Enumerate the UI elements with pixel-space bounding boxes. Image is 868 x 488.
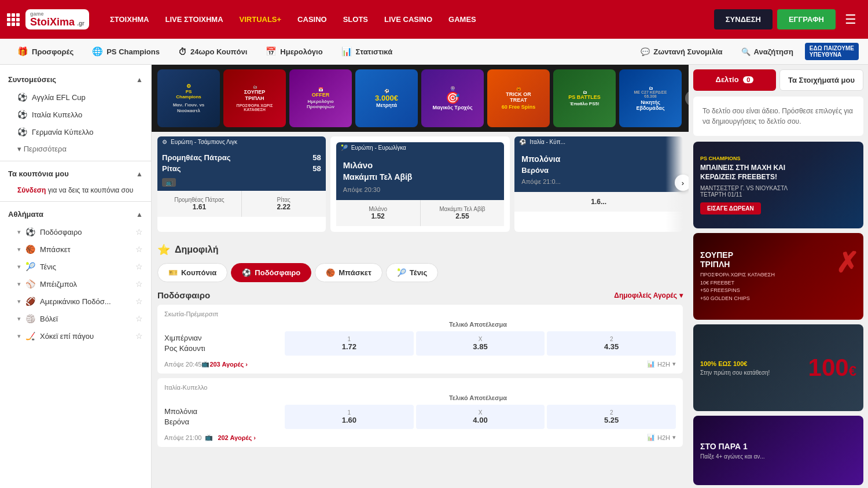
match1-odd-1[interactable]: 1 1.72: [285, 331, 414, 356]
banner-ps-battles[interactable]: 🗂 PS BATTLES Έπαθλο PS5!: [553, 69, 616, 127]
match1-h2h-btn[interactable]: 📊 H2H ▾: [647, 360, 676, 368]
responsible-gaming-badge[interactable]: ΕΔΩ ΠΑΙΖΟΥΜΕΥΠΕΥΘΥΝΑ: [805, 43, 859, 60]
tab-my-bets[interactable]: Τα Στοιχήματά μου: [779, 69, 863, 91]
promo3-title: 100% ΕΩΣ 100€: [700, 360, 770, 367]
banner-trick-treat[interactable]: 🎃 TRICK ORTREAT 60 Free Spins: [487, 69, 550, 127]
logo-domain: .gr: [77, 20, 84, 27]
promo-ps-champions[interactable]: PS Champions ΜΠΑΙΝΕΙΣ ΣΤΗ ΜΑΧΗ ΚΑΙΚΕΡΔΙΖ…: [693, 142, 863, 228]
banner-ps-sub: Μαν. Γιουν. vsΝιούκαστλ: [173, 102, 205, 113]
sports-header[interactable]: Αθλήματα ▲: [0, 205, 151, 223]
sidebar-item-volleyball[interactable]: ▾ 🏐 Βόλεϊ ☆: [0, 310, 151, 327]
sidebar-item-england-efl[interactable]: ⚽ Αγγλία EFL Cup: [0, 88, 151, 106]
live-score1-1: 58: [312, 153, 321, 162]
sidebar-more-shortcuts[interactable]: ▾ Περισσότερα: [0, 141, 151, 157]
match1-markets-link[interactable]: 203 Αγορές ›: [209, 361, 248, 368]
promo-100percent[interactable]: 100% ΕΩΣ 100€ Στην πρώτη σου κατάθεση! 1…: [693, 324, 863, 411]
nav-slots[interactable]: SLOTS: [336, 10, 375, 28]
nav-live-casino[interactable]: LIVE CASINO: [377, 10, 439, 28]
secondary-navigation: 🎁 Προσφορές 🌐 PS Champions ⏱ 24ωρο Κουπό…: [0, 39, 868, 65]
sec-nav-ps-champions[interactable]: 🌐 PS Champions: [84, 43, 168, 60]
nav-games[interactable]: GAMES: [442, 10, 483, 28]
odd-team1-label: Προμηθέας Πάτρας: [161, 197, 238, 203]
sidebar-item-football[interactable]: ▾ ⚽ Ποδόσφαιρο ☆: [0, 223, 151, 241]
popular-star-icon: ⭐: [157, 243, 170, 256]
promo1-sub: PS Champions: [700, 156, 856, 161]
tab-betslip[interactable]: Δελτίο 0: [693, 69, 776, 91]
banner-offer[interactable]: 📅 OFFER ΗμερολόγιοΠροσφορών: [289, 69, 352, 127]
match2-odd2-label: 2: [550, 409, 672, 416]
right-panel: Δελτίο 0 Τα Στοιχήματά μου Το δελτίο σου…: [689, 65, 868, 488]
sec-nav-offers[interactable]: 🎁 Προσφορές: [9, 43, 82, 60]
site-logo[interactable]: game StoiXima .gr: [25, 9, 89, 29]
bball-odd-team1[interactable]: Μιλάνο 1.52: [336, 200, 421, 226]
football-label: Ποδόσφαιρο: [40, 228, 82, 236]
match1-odd-2[interactable]: 2 4.35: [547, 331, 676, 356]
match2-odds-header: Τελικό Αποτέλεσμα: [280, 394, 676, 401]
sidebar-item-tennis[interactable]: ▾ 🎾 Τένις ☆: [0, 258, 151, 275]
search-button[interactable]: 🔍 Αναζήτηση: [734, 44, 800, 60]
star-icon-5: ☆: [135, 297, 143, 306]
match2-h2h-btn[interactable]: 📊 H2H ▾: [647, 434, 676, 441]
h2h-icon-2: 📊: [647, 434, 655, 441]
responsible-gaming-label: ΕΔΩ ΠΑΙΖΟΥΜΕΥΠΕΥΘΥΝΑ: [810, 45, 854, 58]
banner-ps-champions[interactable]: ⚙ PSChampions Μαν. Γιουν. vsΝιούκαστλ: [157, 69, 220, 127]
match1-odd-x[interactable]: Χ 3.85: [416, 331, 545, 356]
sidebar-item-hockey[interactable]: ▾ 🏒 Χόκεϊ επί πάγου ☆: [0, 327, 151, 345]
sec-nav-statistics[interactable]: 📊 Στατιστικά: [333, 43, 401, 60]
partial-odd-1[interactable]: 1.6...: [514, 192, 683, 212]
live-chat-button[interactable]: 💬 Ζωντανή Συνομιλία: [634, 44, 729, 60]
match2-odd-1[interactable]: 1 1.60: [285, 405, 414, 429]
odd-team2-label: Ρίτας: [245, 197, 322, 203]
my-coupons-header[interactable]: Τα κουπόνια μου ▲: [0, 165, 151, 183]
sidebar-item-american-football[interactable]: ▾ 🏈 Αμερικάνικο Ποδόσ... ☆: [0, 293, 151, 310]
nav-stoixima[interactable]: ΣΤΟΙΧΗΜΑ: [103, 10, 156, 28]
banner-metriti[interactable]: ⚽ 3.000€ Μετρητά: [355, 69, 418, 127]
tab-tennis[interactable]: 🎾 Τένις: [386, 263, 438, 282]
tab-coupons[interactable]: 🎫 Κουπόνια: [157, 263, 227, 282]
hockey-icon: 🏒: [25, 331, 35, 341]
match2-odd-x[interactable]: Χ 4.00: [416, 405, 545, 429]
match2-markets-link[interactable]: 202 Αγορές ›: [218, 434, 256, 441]
tennis-tab-icon: 🎾: [397, 268, 406, 277]
volleyball-icon: 🏐: [25, 314, 35, 323]
live-next-arrow[interactable]: ›: [675, 175, 689, 191]
grid-menu-icon[interactable]: [7, 13, 20, 26]
nav-live-stoixima[interactable]: LIVE ΣΤΟΙΧΗΜΑ: [159, 10, 230, 28]
match2-odd-2[interactable]: 2 5.25: [547, 405, 676, 429]
live-odd-btn-team2[interactable]: Ρίτας 2.22: [242, 191, 326, 217]
live-odd-btn-team1[interactable]: Προμηθέας Πάτρας 1.61: [157, 191, 242, 217]
sec-nav-24h-coupon[interactable]: ⏱ 24ωρο Κουπόνι: [170, 43, 255, 60]
football-icon: ⚽: [17, 93, 27, 102]
banner-nikitis[interactable]: 🗂 ΜΕ C27 ΚΕΡΔΙΣΕ€6.308 ΝικητήςΕβδομάδας: [619, 69, 682, 127]
signin-button[interactable]: ΣΥΝΔΕΣΗ: [714, 9, 773, 29]
promo-para1[interactable]: ΣΤΟ ΠΑΡΑ 1 Παίξε 4+ αγώνες και αν...: [693, 416, 863, 485]
tab-basketball[interactable]: 🏀 Μπάσκετ: [315, 263, 382, 282]
promo-super-triple[interactable]: ΣΟΥΠΕΡΤΡΙΠΛΗ ΠΡΟΣΦΟΡΑ ΧΩΡΙΣ ΚΑΤΑΘΕΣΗ10€ …: [693, 233, 863, 320]
banners-row: ⚙ PSChampions Μαν. Γιουν. vsΝιούκαστλ 🗂 …: [152, 65, 689, 132]
sidebar-item-germany-cup[interactable]: ⚽ Γερμανία Κύπελλο: [0, 123, 151, 141]
popular-markets-btn[interactable]: Δημοφιλείς Αγορές ▾: [614, 291, 683, 300]
banner-magic-wheel[interactable]: 🎡 🎯 Μαγικός Τροχός: [421, 69, 484, 127]
promo1-cta-button[interactable]: ΕΙΣΑΓΕ ΔΩΡΕΑΝ: [700, 202, 761, 215]
partial-team1: Μπολόνια: [521, 154, 676, 164]
sidebar-item-italy-cup[interactable]: ⚽ Ιταλία Κυπελλο: [0, 106, 151, 123]
popular-title: Δημοφιλή: [175, 245, 218, 255]
sidebar-item-baseball[interactable]: ▾ ⚾ Μπέιζμπολ ☆: [0, 275, 151, 293]
sidebar-item-basketball[interactable]: ▾ 🏀 Μπάσκετ ☆: [0, 241, 151, 258]
promo4-sub: Παίξε 4+ αγώνες και αν...: [700, 453, 856, 460]
register-button[interactable]: ΕΓΓΡΑΦΗ: [777, 9, 836, 29]
tab-football[interactable]: ⚽ Ποδόσφαιρο: [231, 263, 311, 282]
star-icon-2: ☆: [135, 245, 143, 254]
hamburger-menu-icon[interactable]: ☰: [840, 10, 861, 29]
banner-super-triple[interactable]: 🗂 ΣΟΥΠΕΡΤΡΙΠΛΗ ΠΡΟΣΦΟΡΑ ΧΩΡΙΣΚΑΤΑΘΕΣΗ: [223, 69, 286, 127]
match1-league: Σκωτία-Πρέμιερσιπ: [164, 310, 676, 317]
tennis-label: Τένις: [40, 263, 56, 271]
nav-casino[interactable]: CASINO: [290, 10, 334, 28]
coupons-signin-link[interactable]: Σύνδεση: [17, 186, 46, 194]
shortcuts-header[interactable]: Συντομεύσεις ▲: [0, 71, 151, 88]
bball-odd-team2[interactable]: Μακάμπι Τελ Αβίβ 2.55: [421, 200, 505, 226]
sec-nav-calendar[interactable]: 📅 Ημερολόγιο: [258, 43, 330, 60]
live-settings-icon[interactable]: ⚙: [162, 139, 167, 145]
nav-virtuals[interactable]: VIRTUALS+: [233, 10, 289, 28]
sec-nav-right: 💬 Ζωντανή Συνομιλία 🔍 Αναζήτηση ΕΔΩ ΠΑΙΖ…: [634, 43, 859, 60]
